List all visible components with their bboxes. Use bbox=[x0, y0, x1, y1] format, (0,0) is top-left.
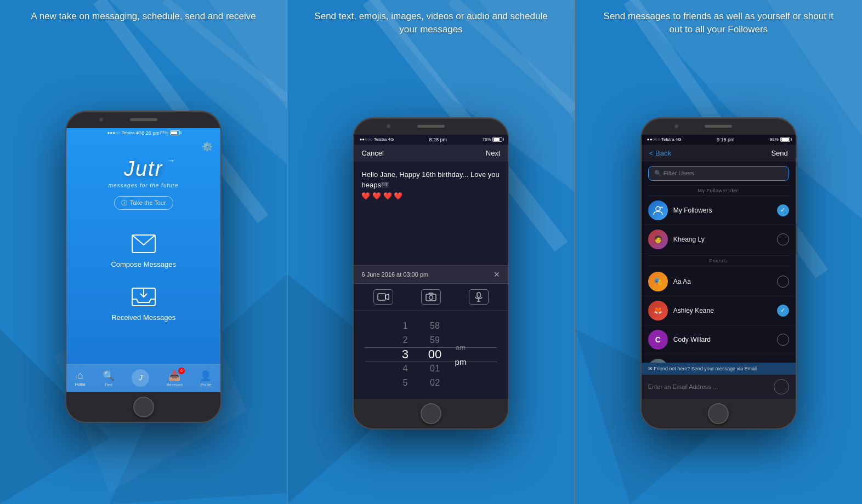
carrier-3: ●●○○○ Telstra 4G bbox=[647, 137, 682, 142]
logo-text: Jutr bbox=[124, 157, 163, 180]
email-input[interactable]: Enter an Email Address ... bbox=[648, 383, 769, 390]
jutr-logo: Jutr → messages for the future bbox=[109, 157, 179, 188]
nav-find-label: Find bbox=[105, 383, 112, 387]
home-menu: Compose Messages bbox=[111, 232, 176, 364]
compose-body[interactable]: Hello Jane, Happy 16th birthday... Love … bbox=[354, 162, 508, 265]
nav-profile-label: Profile bbox=[201, 383, 212, 387]
home-header: ⚙️ bbox=[66, 138, 220, 152]
time-2: 8:28 pm bbox=[429, 137, 447, 142]
compose-nav: Cancel Next bbox=[354, 145, 508, 162]
received-badge: 6 bbox=[178, 368, 185, 374]
speaker-1 bbox=[130, 118, 157, 121]
home-button-3[interactable] bbox=[708, 403, 729, 424]
check-ashley[interactable] bbox=[777, 305, 789, 317]
email-send-icon[interactable] bbox=[774, 379, 789, 394]
name-kheang: Kheang Ly bbox=[673, 236, 772, 243]
minute-column: 58 59 00 01 02 bbox=[421, 319, 449, 390]
phone-3-wrapper: ●●○○○ Telstra 4G 9:16 pm 98% < Back Send bbox=[640, 43, 797, 504]
picker-bottom-line bbox=[365, 362, 497, 362]
find-nav-icon: 🔍 bbox=[103, 370, 115, 382]
panel-compose: Send text, emojis, images, videos or aud… bbox=[287, 0, 574, 504]
compose-menu-item[interactable]: Compose Messages bbox=[111, 232, 176, 268]
check-aa[interactable] bbox=[777, 276, 789, 288]
tour-label: Take the Tour bbox=[130, 199, 166, 206]
svg-rect-17 bbox=[378, 294, 385, 300]
recipient-my-followers[interactable]: My Followers bbox=[642, 196, 796, 225]
schedule-close-icon[interactable]: ✕ bbox=[494, 270, 500, 279]
camera-3 bbox=[674, 124, 678, 128]
name-my-followers: My Followers bbox=[673, 207, 772, 214]
phone-screen-1: ●●●○○ Telstra 4G 8:26 pm 77% ⚙️ bbox=[66, 128, 220, 392]
friends-section-label: Friends bbox=[642, 256, 796, 266]
home-nav-icon: ⌂ bbox=[77, 370, 83, 381]
back-button[interactable]: < Back bbox=[649, 149, 671, 157]
time-picker[interactable]: 1 2 3 4 5 58 59 00 01 bbox=[354, 311, 508, 399]
battery-1: 77% bbox=[160, 130, 180, 135]
phone-screen-2: ●●○○○ Telstra 4G 8:28 pm 76% Cancel Next bbox=[354, 135, 508, 399]
phone-top-1 bbox=[66, 112, 220, 128]
friends-divider: Friends bbox=[642, 255, 796, 266]
nav-received-label: Received bbox=[167, 383, 183, 387]
recipient-aa[interactable]: 🎭 Aa Aa bbox=[642, 267, 796, 296]
svg-point-20 bbox=[429, 295, 433, 299]
gear-icon[interactable]: ⚙️ bbox=[202, 141, 213, 152]
logo-arrow-icon: → bbox=[167, 156, 175, 165]
home-button-area-2 bbox=[354, 399, 508, 428]
phone-top-3 bbox=[642, 118, 796, 135]
check-kheang[interactable] bbox=[777, 233, 789, 245]
panel-2-tagline: Send text, emojis, images, videos or aud… bbox=[287, 0, 574, 43]
min-59: 59 bbox=[430, 333, 440, 347]
followers-section-label: My Followers/Me bbox=[642, 186, 796, 196]
hour-3-selected: 3 bbox=[402, 347, 409, 362]
microphone-button[interactable] bbox=[469, 289, 489, 305]
recipient-hai[interactable]: 🧑 Hai Nguyen bbox=[642, 354, 796, 363]
home-button-2[interactable] bbox=[421, 403, 441, 424]
min-01: 01 bbox=[430, 362, 440, 376]
phone-3: ●●○○○ Telstra 4G 9:16 pm 98% < Back Send bbox=[640, 117, 797, 429]
phone-1-wrapper: ●●●○○ Telstra 4G 8:26 pm 77% ⚙️ bbox=[65, 30, 222, 504]
camera-button[interactable] bbox=[421, 289, 441, 305]
speaker-3 bbox=[705, 125, 732, 128]
carrier-1: ●●●○○ Telstra 4G bbox=[107, 130, 142, 135]
bottom-nav: ⌂ Home 🔍 Find J 📥 bbox=[66, 364, 220, 392]
nav-logo[interactable]: J bbox=[132, 369, 149, 387]
panel-1-tagline: A new take on messaging, schedule, send … bbox=[9, 0, 278, 30]
carrier-2: ●●○○○ Telstra 4G bbox=[359, 137, 394, 142]
name-aa: Aa Aa bbox=[673, 278, 772, 285]
nav-profile[interactable]: 👤 Profile bbox=[200, 370, 212, 387]
nav-received[interactable]: 📥 6 Received bbox=[167, 370, 183, 387]
divider-1-2 bbox=[287, 0, 287, 504]
video-button[interactable] bbox=[373, 289, 393, 305]
home-button-1[interactable] bbox=[133, 397, 154, 417]
phone-screen-3: ●●○○○ Telstra 4G 9:16 pm 98% < Back Send bbox=[642, 135, 796, 399]
avatar-ashley: 🦊 bbox=[648, 301, 668, 320]
picker-top-line bbox=[365, 347, 497, 348]
battery-pct-3: 98% bbox=[770, 137, 779, 142]
next-button[interactable]: Next bbox=[486, 149, 501, 157]
recipient-ashley[interactable]: 🦊 Ashley Keane bbox=[642, 296, 796, 325]
filter-placeholder: 🔍 Filter Users bbox=[654, 170, 694, 177]
nav-find[interactable]: 🔍 Find bbox=[103, 370, 115, 387]
min-58: 58 bbox=[430, 319, 440, 333]
envelope-icon bbox=[129, 232, 158, 256]
recipients-screen: ●●○○○ Telstra 4G 9:16 pm 98% < Back Send bbox=[642, 135, 796, 399]
picker-columns: 1 2 3 4 5 58 59 00 01 bbox=[392, 319, 470, 390]
camera-1 bbox=[99, 118, 103, 122]
cancel-button[interactable]: Cancel bbox=[361, 149, 383, 157]
recipient-cody[interactable]: C Cody Willard bbox=[642, 325, 796, 354]
take-tour-button[interactable]: ⓘ Take the Tour bbox=[114, 196, 173, 210]
home-screen: ●●●○○ Telstra 4G 8:26 pm 77% ⚙️ bbox=[66, 128, 220, 392]
battery-3: 98% bbox=[770, 137, 790, 142]
compose-screen: ●●○○○ Telstra 4G 8:28 pm 76% Cancel Next bbox=[354, 135, 508, 399]
recipient-kheang[interactable]: 🧑 Kheang Ly bbox=[642, 225, 796, 254]
nav-home[interactable]: ⌂ Home bbox=[75, 370, 86, 386]
home-button-area-3 bbox=[642, 399, 796, 428]
check-my-followers[interactable] bbox=[777, 204, 789, 216]
avatar-kheang: 🧑 bbox=[648, 230, 668, 249]
received-menu-item[interactable]: Received Messages bbox=[111, 285, 175, 322]
status-bar-3: ●●○○○ Telstra 4G 9:16 pm 98% bbox=[642, 135, 796, 145]
check-cody[interactable] bbox=[777, 334, 789, 346]
filter-search-bar[interactable]: 🔍 Filter Users bbox=[648, 166, 789, 181]
recipient-list: My Followers 🧑 Kheang Ly bbox=[642, 196, 796, 363]
send-button[interactable]: Send bbox=[771, 149, 787, 157]
